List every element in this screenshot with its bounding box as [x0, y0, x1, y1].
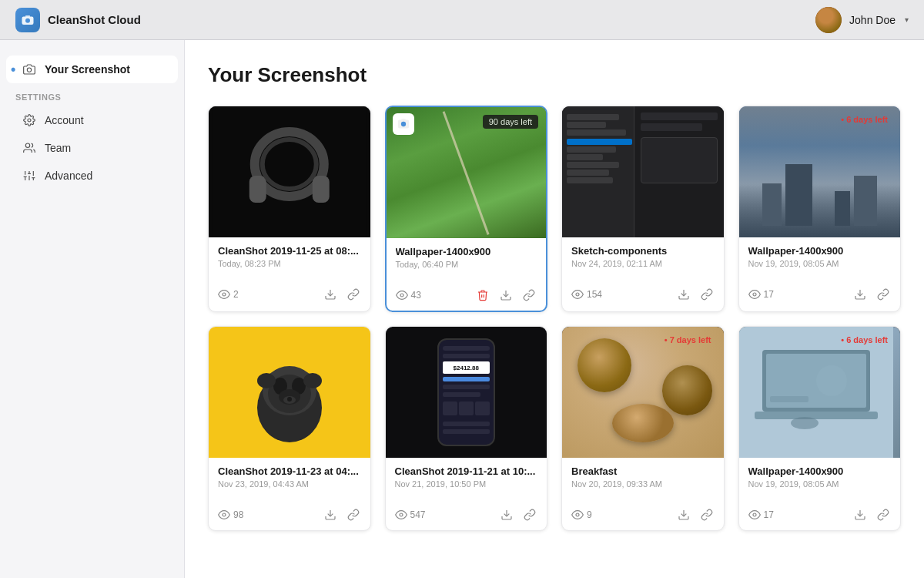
download-button-7[interactable]: [676, 507, 691, 523]
card-3-actions: [676, 287, 715, 302]
app-layout: Your Screenshot SETTINGS Account: [0, 40, 924, 578]
eye-icon-4: [748, 288, 761, 301]
download-button-2[interactable]: [498, 287, 514, 303]
card-6-thumbnail: $2412.88: [386, 327, 547, 458]
link-button[interactable]: [346, 287, 361, 302]
card-3-views: 154: [571, 288, 602, 301]
card-7: • 7 days left Breakfast Nov 20, 2019, 09…: [561, 326, 725, 531]
laptop-bg: • 6 days left: [739, 327, 901, 458]
download-button-8[interactable]: [852, 507, 868, 523]
eye-icon-7: [571, 509, 584, 521]
card-6-title: CleanShot 2019-11-21 at 10:...: [395, 465, 538, 477]
download-button[interactable]: [323, 287, 338, 302]
delete-button[interactable]: [475, 287, 490, 303]
link-icon-4: [877, 288, 889, 301]
svg-point-51: [791, 417, 819, 429]
gear-svg: [23, 114, 35, 126]
sidebar-item-your-screenshot[interactable]: Your Screenshot: [6, 55, 178, 83]
card-5: CleanShot 2019-11-23 at 04:... Nov 23, 2…: [208, 326, 371, 531]
card-1-footer: 2: [209, 282, 370, 310]
link-button-3[interactable]: [699, 287, 715, 302]
card-5-body: CleanShot 2019-11-23 at 04:... Nov 23, 2…: [209, 458, 370, 502]
headphones-svg: [209, 106, 370, 237]
link-icon-6: [524, 509, 536, 521]
eye-icon-8: [748, 509, 761, 521]
sliders-icon: [22, 168, 37, 183]
eye-icon-6: [395, 509, 407, 521]
sidebar: Your Screenshot SETTINGS Account: [0, 40, 185, 578]
download-icon-6: [500, 509, 513, 521]
card-5-title: CleanShot 2019-11-23 at 04:...: [218, 465, 361, 477]
chevron-down-icon[interactable]: ▾: [905, 15, 909, 24]
sidebar-item-advanced[interactable]: Advanced: [6, 162, 178, 190]
trash-icon: [477, 289, 489, 301]
link-button-5[interactable]: [346, 507, 361, 523]
sidebar-label-your-screenshot: Your Screenshot: [45, 63, 130, 76]
link-button-6[interactable]: [522, 507, 537, 523]
card-3-title: Sketch-components: [571, 245, 715, 257]
svg-point-52: [816, 365, 847, 396]
camera-svg: [23, 63, 35, 76]
avatar-image: [815, 7, 842, 33]
link-button-2[interactable]: [521, 287, 537, 303]
card-7-title: Breakfast: [571, 465, 715, 477]
app-logo-icon: [15, 8, 40, 32]
link-icon-3: [701, 288, 713, 301]
svg-point-20: [223, 293, 226, 296]
card-7-date: Nov 20, 2019, 09:33 AM: [571, 479, 715, 489]
svg-point-38: [287, 397, 292, 402]
card-4: • 6 days left Wallpaper-1400x900 Nov 19,…: [738, 106, 902, 312]
download-icon-3: [678, 288, 690, 301]
card-2-title: Wallpaper-1400x900: [396, 246, 537, 257]
phone-frame: $2412.88: [437, 338, 495, 446]
sidebar-label-account: Account: [45, 114, 84, 126]
card-6-body: CleanShot 2019-11-21 at 10:... Nov 21, 2…: [386, 458, 547, 502]
svg-point-54: [753, 513, 756, 516]
card-1-body: CleanShot 2019-11-25 at 08:... Today, 08…: [209, 237, 370, 282]
avatar[interactable]: [815, 7, 842, 33]
link-button-7[interactable]: [699, 507, 715, 523]
card-2-badge: 90 days left: [483, 115, 538, 129]
download-button-4[interactable]: [852, 287, 868, 302]
sidebar-item-team[interactable]: Team: [6, 134, 178, 162]
download-button-5[interactable]: [323, 507, 338, 523]
svg-point-25: [400, 294, 403, 297]
svg-point-4: [28, 119, 31, 122]
card-8-date: Nov 19, 2019, 08:05 AM: [748, 479, 892, 489]
sidebar-item-account[interactable]: Account: [6, 106, 178, 134]
svg-point-39: [257, 373, 276, 388]
svg-point-40: [303, 373, 322, 388]
link-icon: [347, 288, 360, 301]
link-button-4[interactable]: [875, 287, 891, 302]
card-1-thumbnail: [209, 106, 370, 237]
link-button-8[interactable]: [875, 507, 891, 523]
card-4-views: 17: [748, 288, 774, 301]
card-2-views: 43: [396, 289, 421, 301]
breakfast-bg: • 7 days left: [562, 327, 724, 458]
eye-icon-3: [571, 288, 584, 301]
eye-icon-5: [218, 509, 230, 521]
card-6: $2412.88: [385, 326, 548, 531]
card-3-body: Sketch-components Nov 24, 2019, 02:11 AM: [562, 237, 724, 282]
svg-point-23: [400, 122, 405, 126]
svg-rect-17: [249, 176, 266, 203]
card-7-thumbnail: • 7 days left: [562, 327, 724, 458]
card-8-footer: 17: [739, 502, 901, 530]
gear-icon: [22, 113, 37, 128]
camera-logo-svg: [21, 13, 35, 27]
card-6-actions: [499, 507, 537, 523]
card-1: CleanShot 2019-11-25 at 08:... Today, 08…: [208, 106, 371, 312]
app-title: CleanShot Cloud: [48, 13, 141, 26]
download-button-3[interactable]: [676, 287, 691, 302]
card-4-title: Wallpaper-1400x900: [748, 245, 892, 257]
svg-point-1: [25, 18, 30, 22]
download-button-6[interactable]: [499, 507, 514, 523]
svg-rect-2: [25, 15, 30, 17]
card-4-footer: 17: [739, 282, 901, 310]
road-decor: [443, 111, 490, 235]
card-2-footer: 43: [387, 283, 547, 311]
svg-point-3: [27, 68, 31, 72]
download-icon-5: [324, 509, 336, 521]
card-3-date: Nov 24, 2019, 02:11 AM: [571, 259, 715, 268]
download-icon-7: [678, 509, 690, 521]
